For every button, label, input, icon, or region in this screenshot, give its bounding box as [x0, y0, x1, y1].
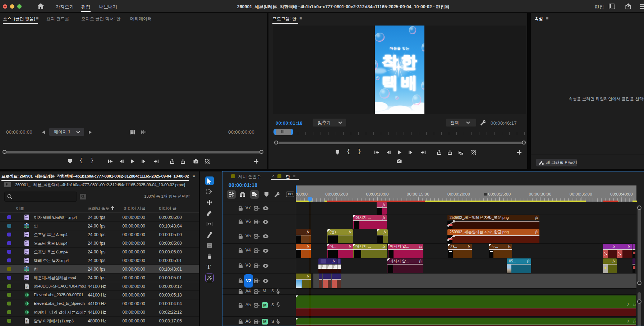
- svg-text:?: ?: [26, 320, 28, 323]
- svg-text:?: ?: [26, 285, 28, 289]
